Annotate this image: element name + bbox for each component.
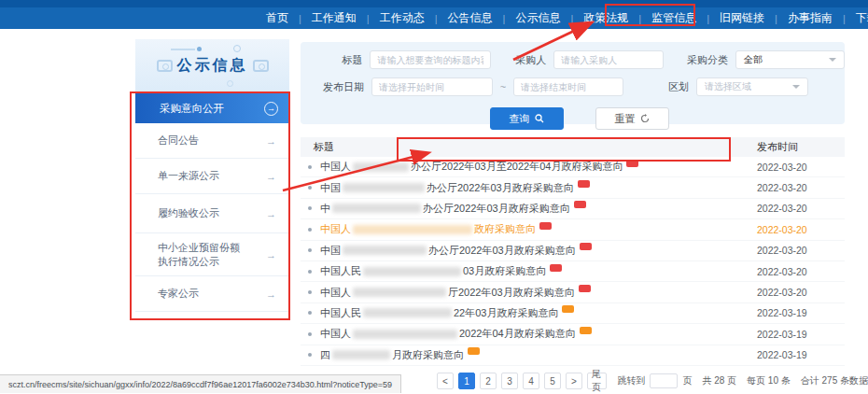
- region-select[interactable]: 请选择区域: [696, 77, 808, 96]
- table-row[interactable]: 中国人 政府采购意向 2022-03-20: [301, 219, 845, 240]
- decor-circle-icon: [227, 80, 233, 87]
- redacted-blur: [353, 330, 457, 339]
- nav-separator: |: [299, 13, 301, 24]
- row-title-prefix: 中国: [320, 244, 341, 258]
- table-row[interactable]: 中国人 2022年04月政府采购意向 2022-03-19: [301, 324, 845, 345]
- prev-page-button[interactable]: <: [437, 373, 454, 389]
- row-title-prefix: 中国人: [320, 327, 351, 341]
- row-title-prefix: 中国人民: [320, 306, 361, 320]
- table-row[interactable]: 中国人 办公厅2022年03月至2022年04月政府采购意向 2022-03-2…: [301, 157, 845, 177]
- row-publish-date: 2022-03-20: [757, 287, 832, 298]
- sidebar-item[interactable]: 中小企业预留份额执行情况公示 →: [135, 233, 289, 276]
- statusbar-url: sczt.cn/freecms/site/sichuan/ggxx/info/2…: [8, 380, 392, 389]
- sidebar-item[interactable]: 履约验收公示 →: [135, 194, 289, 233]
- page-number-button[interactable]: 5: [544, 373, 561, 389]
- new-badge: [579, 285, 591, 292]
- redacted-blur: [353, 225, 472, 234]
- nav-item-1[interactable]: 首页: [264, 10, 290, 26]
- row-publish-date: 2022-03-19: [757, 329, 832, 340]
- nav-item-3[interactable]: 工作动态: [378, 10, 427, 26]
- pagination: < 12345 > 尾页 跳转到 页 共 28 页 每页 10 条 合计 275…: [437, 373, 868, 389]
- decor-right-icon: [253, 60, 269, 72]
- table-row[interactable]: 中国 办公厅2022年03月政府采购意向 2022-03-20: [301, 177, 845, 198]
- bullet-icon: [308, 290, 312, 294]
- date-end-input[interactable]: [513, 77, 623, 96]
- row-title-prefix: 中国: [320, 181, 341, 195]
- nav-item-5[interactable]: 公示信息: [513, 10, 562, 26]
- category-select[interactable]: 全部: [735, 50, 845, 69]
- arrow-right-icon: →: [266, 249, 276, 260]
- sidebar-item[interactable]: 专家公示 →: [135, 276, 289, 312]
- arrow-right-icon: →: [266, 135, 276, 147]
- nav-separator: |: [570, 13, 573, 24]
- nav-item-8[interactable]: 旧网链接: [718, 10, 766, 26]
- sidebar-item-label: 单一来源公示: [158, 169, 245, 183]
- new-badge: [580, 327, 592, 334]
- row-title-prefix: 中国人民: [320, 264, 361, 278]
- nav-separator: |: [503, 13, 506, 24]
- nav-item-2[interactable]: 工作通知: [310, 10, 358, 26]
- redacted-blur: [353, 162, 409, 172]
- chevron-down-icon: [829, 58, 836, 62]
- sidebar-item[interactable]: 单一来源公示 →: [135, 159, 289, 194]
- next-page-button[interactable]: >: [566, 373, 582, 389]
- title-input[interactable]: [370, 50, 491, 69]
- decor-left-icon: [157, 60, 173, 72]
- category-label: 采购分类: [684, 53, 735, 67]
- row-title-suffix: 办公厅2022年03月政府采购意向: [423, 202, 570, 216]
- nav-separator: |: [435, 13, 438, 24]
- nav-item-6[interactable]: 政策法规: [581, 10, 630, 26]
- category-select-value: 全部: [744, 53, 763, 66]
- refresh-icon: [640, 114, 650, 123]
- row-publish-date: 2022-03-20: [757, 182, 832, 193]
- row-title-suffix: 政府采购意向: [474, 222, 536, 236]
- page-number-button[interactable]: 1: [458, 373, 475, 389]
- new-badge: [550, 264, 562, 272]
- sidebar-header: 公示信息: [135, 39, 289, 91]
- main-content: 标题 采购人 采购分类 全部 发布日期 ~ 区划 请选择区域: [301, 42, 845, 366]
- bullet-icon: [308, 186, 312, 190]
- row-title-prefix: 中国人: [320, 160, 351, 174]
- page: 首页|工作通知|工作动态|公告信息|公示信息|政策法规|监管信息|旧网链接|办事…: [0, 0, 868, 394]
- table-row[interactable]: 四 月政府采购意向 2022-03-19: [301, 345, 845, 366]
- page-number-button[interactable]: 4: [523, 373, 539, 389]
- row-title-suffix: 办公厅2022年03月至2022年04月政府采购意向: [411, 160, 623, 174]
- table-row[interactable]: 中国人民 03月政府采购意向 2022-03-20: [301, 261, 845, 282]
- jump-page-input[interactable]: [650, 373, 678, 388]
- page-number-button[interactable]: 2: [480, 373, 497, 389]
- sidebar-item[interactable]: 合同公告 →: [135, 123, 289, 159]
- nav-separator: |: [367, 13, 370, 24]
- last-page-button[interactable]: 尾页: [587, 373, 607, 389]
- table-row[interactable]: 中 办公厅2022年03月政府采购意向 2022-03-20: [301, 199, 845, 219]
- redacted-blur: [363, 267, 461, 276]
- table-row[interactable]: 中国人民 22年03月政府采购意向 2022-03-19: [301, 303, 845, 324]
- redacted-blur: [353, 288, 446, 297]
- query-button[interactable]: 查询: [490, 107, 564, 130]
- region-label: 区划: [644, 80, 696, 94]
- nav-item-10[interactable]: 下载专区: [854, 10, 868, 26]
- buyer-input[interactable]: [553, 50, 664, 69]
- row-title-suffix: 厅2022年03月政府采购意向: [448, 286, 575, 300]
- sidebar-item-active[interactable]: 采购意向公开 →: [135, 93, 289, 123]
- nav-item-4[interactable]: 公告信息: [446, 10, 495, 26]
- arrow-right-icon: →: [266, 208, 276, 219]
- row-publish-date: 2022-03-20: [757, 245, 832, 256]
- page-number-button[interactable]: 3: [501, 373, 518, 389]
- main-nav: 首页|工作通知|工作动态|公告信息|公示信息|政策法规|监管信息|旧网链接|办事…: [0, 7, 868, 29]
- search-icon: [535, 114, 544, 123]
- table-row[interactable]: 中国人 厅2022年03月政府采购意向 2022-03-20: [301, 282, 845, 303]
- new-badge: [626, 160, 638, 167]
- nav-item-7[interactable]: 监管信息: [650, 10, 698, 26]
- redacted-blur: [343, 183, 425, 192]
- sidebar-menu: 合同公告 → 单一来源公示 → 履约验收公示 → 中小企业预留份额执行情况公示 …: [135, 123, 289, 312]
- date-start-input[interactable]: [371, 77, 493, 96]
- nav-separator: |: [638, 13, 641, 24]
- nav-item-9[interactable]: 办事指南: [786, 10, 834, 26]
- row-title-suffix: 办公厅2022年03月政府采购意向: [428, 244, 576, 258]
- arrow-right-icon: →: [266, 288, 276, 300]
- gear-icon: [233, 45, 241, 52]
- row-title-suffix: 03月政府采购意向: [463, 264, 546, 278]
- reset-button[interactable]: 重置: [595, 107, 669, 130]
- date-column-header: 发布时间: [757, 140, 832, 154]
- table-row[interactable]: 中国 办公厅2022年03月政府采购意向 2022-03-20: [301, 241, 845, 261]
